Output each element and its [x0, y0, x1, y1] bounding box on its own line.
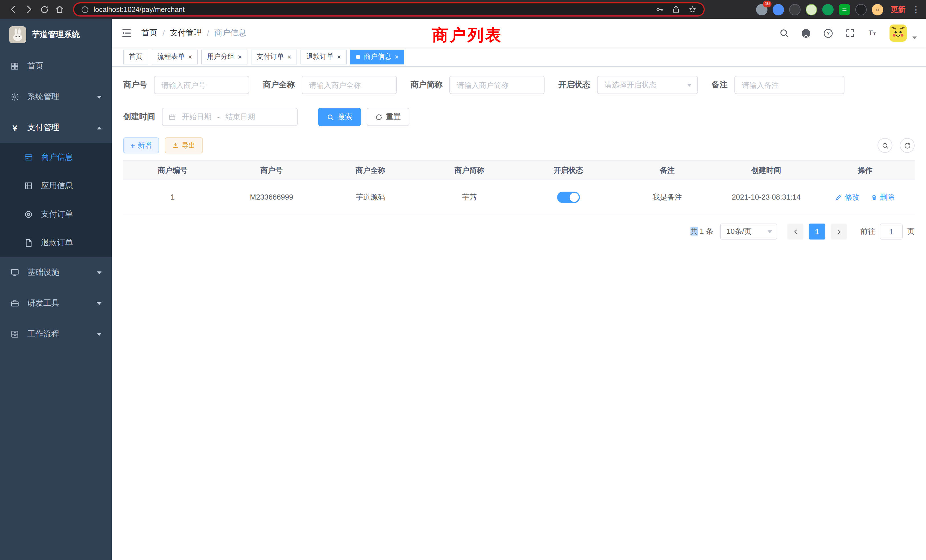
help-icon[interactable]: ? — [823, 28, 834, 38]
share-icon[interactable] — [672, 5, 680, 14]
browser-chrome: localhost:1024/pay/merchant 10 — [0, 0, 926, 19]
password-key-icon[interactable] — [655, 5, 664, 14]
reload-button[interactable] — [36, 2, 52, 17]
sidebar-item-home[interactable]: 首页 — [0, 51, 112, 82]
user-avatar[interactable] — [890, 24, 906, 42]
tab-close-icon[interactable]: × — [395, 53, 399, 61]
extension-icon-7[interactable] — [855, 4, 867, 15]
delete-link[interactable]: 删除 — [871, 192, 895, 202]
sidebar-item-payment[interactable]: ¥ 支付管理 — [0, 112, 112, 143]
user-dropdown-caret-icon[interactable] — [912, 36, 917, 39]
export-button[interactable]: 导出 — [165, 138, 203, 153]
sidebar-item-system[interactable]: 系统管理 — [0, 82, 112, 112]
tab-payment-orders[interactable]: 支付订单 × — [251, 49, 297, 64]
next-page-button[interactable] — [831, 224, 847, 239]
sidebar-item-label: 工作流程 — [27, 329, 59, 339]
tab-user-group[interactable]: 用户分组 × — [201, 49, 247, 64]
browser-extensions-area: 10 更新 ⋮ — [756, 4, 920, 15]
url-text: localhost:1024/pay/merchant — [94, 5, 185, 14]
tab-label: 首页 — [129, 52, 142, 62]
extension-icon-1[interactable]: 10 — [756, 4, 767, 15]
forward-button[interactable] — [21, 2, 36, 17]
refresh-table-button[interactable] — [900, 138, 915, 153]
hamburger-icon[interactable] — [121, 27, 132, 39]
tab-close-icon[interactable]: × — [337, 53, 341, 61]
sidebar-item-merchant-info[interactable]: 商户信息 — [0, 143, 112, 172]
browser-window: localhost:1024/pay/merchant 10 — [0, 0, 926, 560]
table-row: 1 M233666999 芋道源码 芋艿 我是备注 2021-10-23 08:… — [123, 180, 915, 214]
font-size-icon[interactable]: TT — [867, 28, 878, 38]
url-bar[interactable]: localhost:1024/pay/merchant — [73, 2, 705, 17]
remark-label: 备注 — [712, 80, 728, 90]
gear-icon — [10, 92, 20, 101]
page-info-icon[interactable] — [81, 5, 89, 14]
sidebar-item-dev-tools[interactable]: 研发工具 — [0, 288, 112, 319]
page-1-button[interactable]: 1 — [809, 224, 825, 239]
home-button[interactable] — [52, 2, 67, 17]
merchant-no-input[interactable] — [154, 76, 249, 94]
col-status: 开启状态 — [519, 160, 618, 180]
reset-button[interactable]: 重置 — [367, 108, 409, 126]
bookmark-star-icon[interactable] — [688, 5, 697, 14]
app-logo[interactable]: 芋道管理系统 — [0, 19, 112, 51]
short-name-input[interactable] — [449, 76, 545, 94]
create-time-label: 创建时间 — [123, 112, 155, 122]
tab-merchant-info[interactable]: 商户信息 × — [350, 49, 404, 64]
sidebar-item-infrastructure[interactable]: 基础设施 — [0, 257, 112, 288]
breadcrumb-separator: / — [207, 29, 209, 38]
main-area: 首页 / 支付管理 / 商户信息 商户列表 ? — [112, 19, 926, 560]
cell-merchant-id: 1 — [123, 180, 222, 214]
extension-icon-2[interactable] — [773, 4, 784, 15]
extension-icon-6[interactable] — [839, 4, 850, 15]
tab-home[interactable]: 首页 — [123, 49, 148, 64]
chevron-down-icon — [97, 95, 101, 98]
extension-icon-4[interactable] — [806, 4, 817, 15]
cell-full-name: 芋道源码 — [321, 180, 420, 214]
chevron-down-icon — [97, 271, 101, 274]
sidebar-item-label: 支付管理 — [27, 123, 59, 133]
page-size-select[interactable]: 10条/页 — [720, 224, 777, 239]
search-button-label: 搜索 — [337, 112, 353, 122]
tab-close-icon[interactable]: × — [287, 53, 291, 61]
breadcrumb-item-payment[interactable]: 支付管理 — [170, 28, 202, 38]
full-name-label: 商户全称 — [263, 80, 295, 90]
search-button[interactable]: 搜索 — [318, 108, 361, 126]
sidebar-item-payment-orders[interactable]: 支付订单 — [0, 200, 112, 229]
fullscreen-icon[interactable] — [845, 28, 855, 38]
calendar-icon — [168, 113, 176, 121]
tab-close-icon[interactable]: × — [238, 53, 242, 61]
status-toggle[interactable] — [557, 191, 580, 203]
edit-link[interactable]: 修改 — [836, 192, 859, 202]
add-button[interactable]: + 新增 — [123, 138, 159, 153]
sidebar-item-workflow[interactable]: 工作流程 — [0, 319, 112, 350]
tab-process-form[interactable]: 流程表单 × — [152, 49, 198, 64]
tab-close-icon[interactable]: × — [188, 53, 192, 61]
github-icon[interactable] — [800, 28, 811, 38]
goto-page-input[interactable] — [880, 224, 903, 239]
browser-menu-icon[interactable]: ⋮ — [912, 4, 920, 15]
tab-label: 退款订单 — [306, 52, 334, 62]
tab-label: 商户信息 — [364, 52, 391, 62]
table-tools — [878, 138, 915, 153]
filter-row-1: 商户号 商户全称 商户简称 开启状态 请选择开启状态 — [123, 76, 915, 94]
merchant-card-icon — [24, 153, 33, 162]
full-name-input[interactable] — [302, 76, 397, 94]
back-button[interactable] — [6, 2, 21, 17]
sidebar-item-refund-orders[interactable]: 退款订单 — [0, 229, 112, 257]
prev-page-button[interactable] — [787, 224, 803, 239]
breadcrumb-item-home[interactable]: 首页 — [141, 28, 157, 38]
extension-icon-3[interactable] — [789, 4, 800, 15]
sidebar-item-app-info[interactable]: 应用信息 — [0, 172, 112, 200]
sidebar-item-label: 应用信息 — [41, 181, 73, 191]
extension-icon-5[interactable] — [822, 4, 834, 15]
remark-input[interactable] — [734, 76, 844, 94]
create-time-range-picker[interactable]: 开始日期 - 结束日期 — [162, 108, 298, 126]
toggle-search-button[interactable] — [878, 138, 892, 153]
extension-icon-8[interactable] — [872, 4, 883, 15]
browser-update-button[interactable]: 更新 — [891, 4, 905, 15]
col-remark: 备注 — [618, 160, 717, 180]
tab-refund-orders[interactable]: 退款订单 × — [301, 49, 346, 64]
tags-view-bar: 首页 流程表单 × 用户分组 × 支付订单 × 退款订单 × 商户信息 × — [112, 47, 926, 67]
status-select[interactable]: 请选择开启状态 — [597, 76, 698, 94]
search-icon[interactable] — [779, 28, 789, 38]
